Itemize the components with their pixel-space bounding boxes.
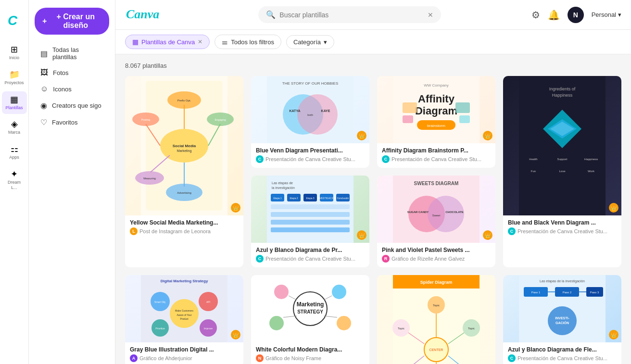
template-card[interactable]: SWEETS DIAGRAM SUGAR CANDY CHOCOLATE Swe… bbox=[377, 176, 495, 267]
card-title: Azul y Blanco Diagrama de Fle... bbox=[508, 346, 617, 353]
template-card[interactable]: Ingredients of Happiness Support Health … bbox=[503, 76, 621, 267]
nav-favorites[interactable]: ♡ Favoritos bbox=[33, 114, 111, 131]
crown-badge: 👑 bbox=[231, 203, 240, 213]
svg-text:Support: Support bbox=[557, 158, 567, 161]
card-title: Gray Blue Illustration Digital ... bbox=[130, 346, 239, 353]
card-author: C Presentación de Canva Creative Stu... bbox=[382, 155, 491, 163]
card-author: L Post de Instagram de Leonora bbox=[130, 227, 239, 235]
svg-text:Paso 1: Paso 1 bbox=[531, 291, 541, 294]
svg-text:KAYE: KAYE bbox=[321, 109, 330, 113]
crown-badge: 👑 bbox=[231, 330, 240, 339]
svg-text:Sweet: Sweet bbox=[432, 214, 441, 217]
search-clear-icon[interactable]: ✕ bbox=[428, 11, 433, 19]
svg-text:Engaging: Engaging bbox=[215, 118, 226, 121]
svg-rect-36 bbox=[455, 102, 470, 113]
bell-icon[interactable]: 🔔 bbox=[548, 9, 560, 21]
svg-text:Digital Marketing Strategy: Digital Marketing Strategy bbox=[161, 279, 208, 283]
nav-all-templates[interactable]: ▤ Todas las plantillas bbox=[33, 42, 111, 64]
svg-text:Work: Work bbox=[588, 170, 595, 173]
svg-text:WW Company: WW Company bbox=[424, 83, 449, 88]
svg-text:INVESTI-: INVESTI- bbox=[555, 316, 569, 320]
svg-text:both: both bbox=[307, 113, 313, 116]
nav-photos[interactable]: 🖼 Fotos bbox=[33, 64, 111, 81]
template-card[interactable]: Las etapas de la investigación Paso 1 Pa… bbox=[503, 275, 621, 364]
nav-icons[interactable]: ☺ Iconos bbox=[33, 81, 111, 97]
svg-rect-67 bbox=[271, 227, 350, 232]
card-title: Pink and Violet Pastel Sweets ... bbox=[382, 247, 491, 253]
crown-badge: 👑 bbox=[357, 230, 366, 240]
card-author: C Presentación de Canva Creative Stu... bbox=[256, 255, 365, 263]
settings-icon[interactable]: ⚙ bbox=[531, 9, 540, 21]
filter-all-filters[interactable]: ⚌ Todos los filtros bbox=[215, 35, 281, 49]
svg-text:la investigación: la investigación bbox=[272, 186, 295, 190]
nav-creators[interactable]: ◉ Creators que sigo bbox=[33, 97, 111, 114]
template-card[interactable]: WW Company Affinity Diagram brainstorm bbox=[377, 76, 495, 168]
svg-text:Spider Diagram: Spider Diagram bbox=[420, 280, 453, 285]
svg-text:CHOCOLATE: CHOCOLATE bbox=[445, 211, 464, 213]
card-author: C Presentación de Canva Creative Stu... bbox=[256, 155, 365, 163]
svg-text:Love: Love bbox=[559, 170, 566, 173]
svg-text:Happiness: Happiness bbox=[552, 93, 573, 98]
results-count: 8.067 plantillas bbox=[125, 62, 621, 69]
template-card[interactable]: Spider Diagram CENTER Topic Topic bbox=[377, 275, 495, 364]
svg-text:Conclusión: Conclusión bbox=[337, 197, 349, 200]
canva-logo-sidebar: C bbox=[6, 6, 23, 38]
filter-category[interactable]: Categoría ▾ bbox=[286, 35, 334, 49]
search-icon: 🔍 bbox=[266, 10, 276, 19]
card-title: Blue and Black Venn Diagram ... bbox=[508, 219, 617, 226]
search-input[interactable] bbox=[279, 11, 424, 19]
sidebar-item-plantillas[interactable]: ▦ Plantillas bbox=[2, 91, 27, 114]
avatar[interactable]: N bbox=[568, 7, 584, 23]
template-card[interactable]: Las etapas de la investigación Etapa 1 E… bbox=[251, 176, 369, 267]
create-design-button[interactable]: + + Crear un diseño bbox=[35, 8, 109, 35]
svg-rect-64 bbox=[271, 204, 350, 209]
svg-text:Paso 2: Paso 2 bbox=[563, 291, 572, 294]
svg-text:Paso 3: Paso 3 bbox=[590, 291, 599, 294]
svg-text:SWEETS DIAGRAM: SWEETS DIAGRAM bbox=[414, 181, 459, 186]
svg-text:KATYA: KATYA bbox=[290, 109, 301, 113]
svg-point-93 bbox=[274, 285, 289, 299]
svg-text:Advertising: Advertising bbox=[177, 191, 191, 194]
sidebar-item-proyectos[interactable]: 📁 Proyectos bbox=[2, 66, 27, 89]
filter-canva-templates[interactable]: ▦ Plantillas de Canva ✕ bbox=[125, 35, 210, 49]
sidebar-wrapper: C ⊞ Inicio 📁 Proyectos ▦ Plantillas ◈ Ma… bbox=[0, 0, 115, 364]
svg-text:Product: Product bbox=[180, 317, 189, 320]
svg-text:Etapa 3: Etapa 3 bbox=[306, 197, 314, 200]
card-author: C Presentación de Canva Creative Stu... bbox=[508, 227, 617, 235]
template-card[interactable]: Marketing STRATEGY bbox=[251, 275, 369, 364]
svg-text:STRATEGY: STRATEGY bbox=[297, 309, 323, 314]
svg-text:brainstorm: brainstorm bbox=[427, 124, 445, 128]
sidebar-item-apps[interactable]: ⚏ Apps bbox=[2, 141, 27, 164]
crown-badge: 👑 bbox=[483, 230, 492, 240]
template-card[interactable]: Social Media Marketing Prefix Opt. Posti… bbox=[125, 76, 243, 267]
card-title: White Colorful Modern Diagra... bbox=[256, 346, 365, 353]
crown-badge: 👑 bbox=[609, 203, 618, 213]
template-card[interactable]: Digital Marketing Strategy Make Customer… bbox=[125, 275, 243, 364]
template-grid: Social Media Marketing Prefix Opt. Posti… bbox=[125, 76, 621, 364]
card-title: Yellow Social Media Marketing... bbox=[130, 219, 239, 226]
svg-text:Prioritize: Prioritize bbox=[155, 327, 165, 330]
svg-text:Las etapas de: Las etapas de bbox=[272, 181, 293, 185]
card-author: A Gráfico de Ahderjunior bbox=[130, 354, 239, 362]
template-card[interactable]: THE STORY OF OUR HOBBIES KATYA KAYE both… bbox=[251, 76, 369, 168]
svg-text:Etapa 2: Etapa 2 bbox=[290, 197, 298, 200]
svg-text:Etapa 1: Etapa 1 bbox=[273, 197, 281, 200]
svg-text:Las etapas de la investigación: Las etapas de la investigación bbox=[540, 279, 585, 283]
svg-text:SUGAR CANDY: SUGAR CANDY bbox=[407, 211, 429, 213]
remove-filter-icon[interactable]: ✕ bbox=[198, 38, 202, 45]
sidebar-item-marca[interactable]: ◈ Marca bbox=[2, 116, 27, 139]
svg-text:Posting: Posting bbox=[141, 118, 150, 121]
topbar: Canva 🔍 ✕ ⚙ 🔔 N Personal ▾ bbox=[115, 0, 631, 30]
sidebar-item-dream[interactable]: ✦ Dream L... bbox=[2, 166, 27, 194]
svg-text:Diagram: Diagram bbox=[415, 105, 457, 117]
sidebar-item-inicio[interactable]: ⊞ Inicio bbox=[2, 41, 27, 64]
filter-bar: ▦ Plantillas de Canva ✕ ⚌ Todos los filt… bbox=[115, 30, 631, 54]
personal-menu[interactable]: Personal ▾ bbox=[592, 11, 621, 18]
svg-rect-38 bbox=[459, 115, 470, 123]
svg-text:THE STORY OF OUR HOBBIES: THE STORY OF OUR HOBBIES bbox=[282, 81, 338, 86]
svg-text:Health: Health bbox=[529, 158, 537, 161]
topbar-right: ⚙ 🔔 N Personal ▾ bbox=[531, 7, 621, 23]
svg-text:Topic: Topic bbox=[433, 304, 440, 307]
svg-text:Aware of Your: Aware of Your bbox=[177, 314, 191, 316]
svg-text:Fun: Fun bbox=[531, 170, 536, 173]
